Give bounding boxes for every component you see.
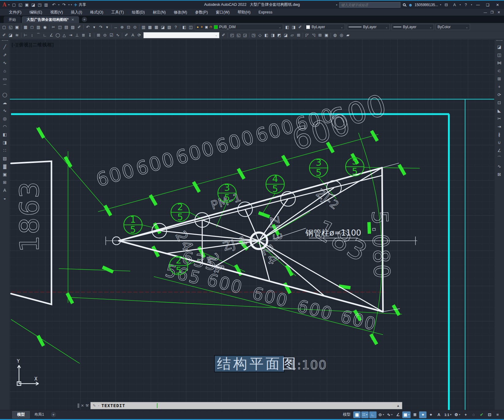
menu-item[interactable]: 插入(I) (67, 10, 86, 15)
toolbar-icon[interactable]: ◪ (160, 24, 166, 30)
modify-tool-icon[interactable]: ∦ (495, 131, 503, 138)
toolbar-icon[interactable] (21, 33, 21, 38)
autodesk-brand-icon[interactable]: A (451, 2, 458, 8)
toolbar-icon[interactable]: ▨ (70, 24, 76, 30)
tab-start[interactable]: 开始 (4, 16, 21, 23)
quick-access-icon[interactable]: ◪ (30, 2, 36, 8)
toolbar-icon[interactable]: ◳ (250, 32, 257, 38)
toolbar-icon[interactable] (83, 25, 84, 29)
toolbar-icon[interactable]: ∟ (42, 32, 48, 38)
menu-item[interactable]: 编辑(E) (25, 10, 46, 15)
search-input[interactable] (339, 2, 400, 8)
doc-minimize-button[interactable]: — (482, 10, 489, 14)
toolbar-icon[interactable]: ◇ (257, 32, 263, 38)
modify-tool-icon[interactable]: ◫ (495, 51, 503, 59)
close-button[interactable]: ✕ (494, 3, 502, 7)
add-layout-button[interactable]: + (51, 412, 56, 417)
help-caret-icon[interactable]: ▾ (471, 3, 472, 6)
status-toggle[interactable]: ▦ (353, 411, 361, 418)
status-toggle[interactable]: ⊙ (377, 411, 385, 418)
status-toggle[interactable]: ∠ (394, 411, 402, 418)
autocad-logo-icon[interactable]: A (2, 2, 6, 8)
status-toggle[interactable]: ⚙ (453, 411, 461, 418)
toolbar-icon[interactable]: ↶ (85, 24, 91, 30)
modify-tool-icon[interactable]: ⌒ (495, 154, 503, 162)
toolbar-icon[interactable]: ◩ (276, 32, 282, 38)
color-dropdown[interactable]: ByLayer (304, 24, 345, 30)
toolbar-icon[interactable]: ◯ (55, 32, 61, 38)
toolbar-icon[interactable]: ⊙ (132, 24, 138, 30)
status-toggle[interactable]: ◌ (470, 411, 477, 418)
command-history-icon[interactable]: ▲ (396, 404, 400, 407)
model-space-canvas[interactable]: [-][俯视][二维线框] (10, 39, 494, 410)
toolbar-icon[interactable]: ∿ (115, 32, 121, 38)
toolbar-icon[interactable]: △ (61, 32, 67, 38)
minimize-button[interactable]: — (474, 3, 482, 7)
toolbar-icon[interactable]: ↧ (87, 32, 93, 38)
layer-lock-icon[interactable]: ⊓ (210, 25, 212, 29)
status-toggle[interactable]: ⊡ (486, 411, 493, 418)
layer-freeze-icon[interactable]: ☀ (200, 25, 203, 29)
toolbar-icon[interactable]: ◧ (181, 24, 188, 30)
toolbar-icon[interactable] (139, 25, 139, 29)
menu-item[interactable]: 文件(F) (5, 10, 25, 15)
modify-tool-icon[interactable]: ∠ (495, 146, 503, 154)
modify-tool-icon[interactable]: ⇥ (495, 123, 503, 131)
toolbar-icon[interactable]: ⊢ (22, 32, 29, 38)
toolbar-icon[interactable]: ◰ (229, 32, 235, 38)
toolbar-icon[interactable]: ✐ (1, 32, 7, 38)
doc-close-button[interactable]: ✕ (495, 10, 502, 14)
toolbar-icon[interactable]: ▾ (91, 24, 97, 30)
status-toggle[interactable]: ✔ (478, 411, 485, 418)
quick-access-icon[interactable]: ▥ (43, 2, 49, 8)
toolbar-icon[interactable]: ⊙ (102, 32, 108, 38)
plotstyle-dropdown[interactable]: ByColor (436, 24, 470, 30)
draw-tool-icon[interactable]: ⇗ (1, 51, 9, 59)
toolbar-icon[interactable]: ≣ (80, 32, 87, 38)
draw-tool-icon[interactable]: ◯ (1, 91, 9, 99)
status-toggle[interactable]: ∟ (369, 411, 377, 418)
layer-dropdown[interactable]: ● ☀ ▣ ⊓ PUB_DIM (195, 24, 283, 30)
toolbar-icon[interactable]: ▢ (1, 24, 7, 30)
modify-tool-icon[interactable]: ∪ (495, 138, 503, 146)
draw-tool-icon[interactable]: ☁ (1, 99, 9, 107)
toolbar-icon[interactable]: ⌒ (35, 32, 42, 38)
draw-tool-icon[interactable]: ◎ (1, 115, 9, 123)
undo-icon[interactable]: ↶ (51, 2, 57, 8)
status-toggle[interactable]: 1:1 (443, 411, 453, 418)
draw-tool-icon[interactable]: ◒ (1, 194, 9, 202)
search-expand-icon[interactable]: ▸ (336, 3, 337, 6)
modify-tool-icon[interactable]: ⊡ (495, 99, 503, 107)
toolbar-icon[interactable]: ◲ (242, 32, 248, 38)
status-toggle[interactable]: ≡ (494, 411, 501, 418)
toolbar-icon[interactable]: ◎ (338, 32, 345, 38)
toolbar-icon[interactable]: ▦ (153, 24, 160, 30)
menu-item[interactable]: 工具(T) (107, 10, 128, 15)
menu-item[interactable]: 窗口(W) (212, 10, 233, 15)
command-grip-handle[interactable] (78, 403, 79, 408)
toolbar-icon[interactable]: ◪ (7, 32, 14, 38)
app-store-cart-icon[interactable]: ⊟ (443, 2, 449, 8)
toolbar-icon[interactable]: ▤ (63, 24, 70, 30)
menu-item[interactable]: 标注(N) (149, 10, 170, 15)
share-button[interactable]: ✈ 共享 (74, 2, 86, 7)
toolbar-icon[interactable]: ⊞ (317, 32, 323, 38)
toolbar-icon[interactable]: ⊞ (295, 32, 302, 38)
command-prompt-icon[interactable]: ✎ (93, 403, 96, 408)
layer-tool-icon[interactable]: ◨ (290, 24, 297, 30)
model-tab[interactable]: 模型 (12, 411, 30, 418)
account-caret-icon[interactable]: ▾ (440, 3, 441, 6)
menu-item[interactable]: 帮助(H) (233, 10, 254, 15)
menu-item[interactable]: 视图(V) (46, 10, 67, 15)
new-tab-button[interactable]: + (82, 17, 87, 22)
status-toggle[interactable]: ∿ (386, 411, 394, 418)
toolbar-icon[interactable]: ▰ (345, 32, 351, 38)
status-toggle[interactable]: ≣ (411, 411, 419, 418)
redo-icon[interactable]: ↷ (61, 2, 67, 8)
toolbar-icon[interactable]: ↕ (29, 32, 35, 38)
draw-tool-icon[interactable]: ⌒ (1, 83, 9, 91)
draw-tool-icon[interactable]: ▓ (1, 162, 9, 170)
toolbar-icon[interactable]: ↔ (112, 24, 119, 30)
toolbar-icon[interactable]: ◪ (282, 32, 289, 38)
linetype-dropdown[interactable]: ByLayer (347, 24, 390, 30)
